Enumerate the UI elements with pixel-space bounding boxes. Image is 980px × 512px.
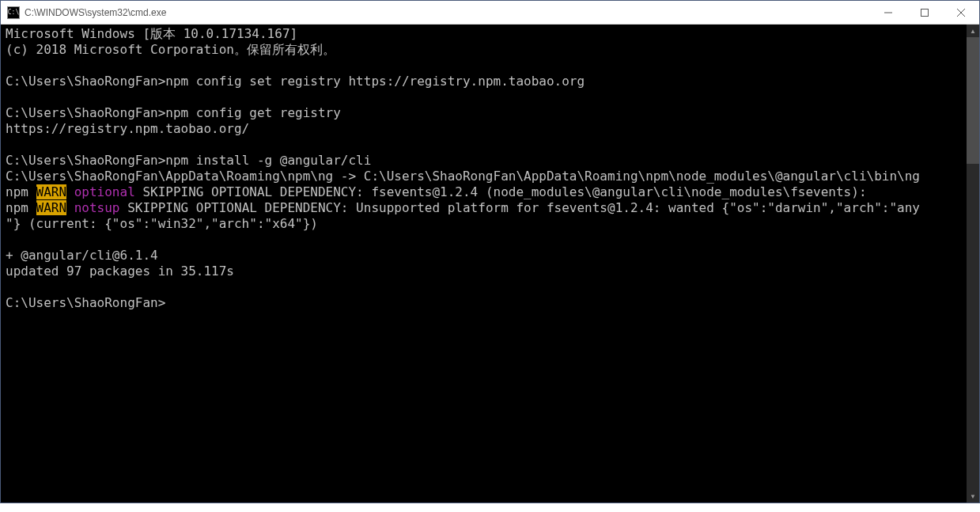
- window-controls: [870, 1, 979, 24]
- cmd-icon: C:\: [7, 6, 20, 19]
- window-title: C:\WINDOWS\system32\cmd.exe: [25, 7, 870, 18]
- prompt: C:\Users\ShaoRongFan>npm install -g @ang…: [6, 153, 371, 168]
- output-line: updated 97 packages in 35.117s: [6, 264, 234, 279]
- warn-reason: notsup: [74, 200, 120, 215]
- npm-warn-line-wrap: "} (current: {"os":"win32","arch":"x64"}…: [6, 216, 318, 231]
- prompt: C:\Users\ShaoRongFan>npm config set regi…: [6, 74, 585, 89]
- output-line: + @angular/cli@6.1.4: [6, 248, 158, 263]
- scrollbar-thumb[interactable]: [967, 37, 979, 164]
- copyright-line: (c) 2018 Microsoft Corporation。保留所有权利。: [6, 42, 335, 57]
- prompt: C:\Users\ShaoRongFan>: [6, 295, 165, 310]
- npm-warn-line: npm WARN optional SKIPPING OPTIONAL DEPE…: [6, 184, 867, 199]
- scrollbar-down-icon[interactable]: ▼: [967, 490, 979, 503]
- close-button[interactable]: [943, 1, 979, 24]
- version-line: Microsoft Windows [版本 10.0.17134.167]: [6, 26, 297, 41]
- maximize-button[interactable]: [906, 1, 943, 24]
- minimize-button[interactable]: [870, 1, 906, 24]
- terminal-wrapper: Microsoft Windows [版本 10.0.17134.167] (c…: [1, 25, 979, 503]
- cmd-window: C:\ C:\WINDOWS\system32\cmd.exe Microsof…: [0, 0, 980, 503]
- warn-badge: WARN: [36, 200, 67, 215]
- output-line: https://registry.npm.taobao.org/: [6, 121, 249, 136]
- command-text: npm config set registry https://registry…: [165, 74, 585, 89]
- warn-badge: WARN: [36, 184, 67, 199]
- npm-warn-line: npm WARN notsup SKIPPING OPTIONAL DEPEND…: [6, 200, 920, 215]
- terminal-output[interactable]: Microsoft Windows [版本 10.0.17134.167] (c…: [1, 25, 967, 503]
- output-line: C:\Users\ShaoRongFan\AppData\Roaming\npm…: [6, 169, 920, 184]
- command-text: npm config get registry: [165, 105, 341, 120]
- scrollbar[interactable]: ▲ ▼: [967, 25, 979, 503]
- command-text: npm install -g @angular/cli: [165, 153, 371, 168]
- scrollbar-up-icon[interactable]: ▲: [967, 25, 979, 37]
- titlebar[interactable]: C:\ C:\WINDOWS\system32\cmd.exe: [1, 1, 979, 25]
- svg-rect-1: [921, 9, 929, 16]
- warn-reason: optional: [74, 184, 135, 199]
- prompt: C:\Users\ShaoRongFan>npm config get regi…: [6, 105, 341, 120]
